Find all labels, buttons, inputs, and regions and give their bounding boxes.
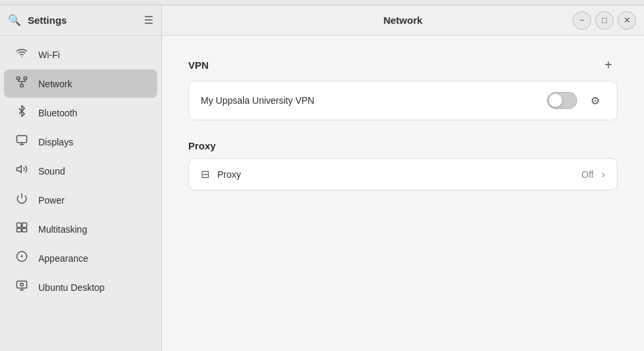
vpn-toggle-track — [547, 92, 577, 109]
svg-rect-3 — [20, 85, 24, 87]
sidebar-header: 🔍 Settings ☰ — [0, 5, 161, 36]
vpn-item-row: My Uppsala University VPN ⚙ — [189, 81, 617, 120]
bluetooth-sidebar-icon — [15, 105, 29, 120]
proxy-section: Proxy ⊟ Proxy Off › — [188, 140, 618, 190]
network-sidebar-label: Network — [38, 79, 72, 89]
sidebar-item-displays[interactable]: Displays — [4, 128, 157, 156]
proxy-item-label: Proxy — [217, 169, 573, 180]
svg-rect-11 — [22, 223, 27, 227]
power-sidebar-label: Power — [38, 195, 65, 206]
svg-point-18 — [20, 283, 24, 286]
displays-sidebar-icon — [15, 134, 29, 149]
bluetooth-sidebar-label: Bluetooth — [38, 108, 77, 118]
sidebar-item-multitasking[interactable]: Multitasking — [4, 215, 157, 243]
sidebar-item-wifi[interactable]: Wi-Fi — [4, 40, 157, 69]
vpn-settings-button[interactable]: ⚙ — [585, 91, 605, 110]
multitasking-sidebar-icon — [15, 221, 29, 237]
search-icon[interactable]: 🔍 — [8, 14, 21, 26]
proxy-status: Off — [581, 169, 593, 180]
proxy-section-header: Proxy — [188, 140, 618, 151]
sidebar: 🔍 Settings ☰ Wi-FiNetworkBluetoothDispla… — [0, 5, 162, 351]
proxy-item-row[interactable]: ⊟ Proxy Off › — [189, 159, 617, 190]
vpn-section: VPN + My Uppsala University VPN ⚙ — [188, 56, 618, 120]
proxy-chevron-icon: › — [602, 169, 605, 180]
close-button[interactable]: ✕ — [618, 11, 636, 30]
window-controls: − □ ✕ — [573, 11, 636, 30]
vpn-toggle[interactable] — [547, 92, 577, 109]
sidebar-title: Settings — [28, 15, 137, 26]
vpn-toggle-thumb — [549, 94, 562, 107]
menubar — [0, 0, 644, 5]
network-sidebar-icon — [15, 76, 29, 91]
sidebar-item-power[interactable]: Power — [4, 186, 157, 214]
vpn-item-label: My Uppsala University VPN — [201, 95, 539, 106]
sidebar-items-list: Wi-FiNetworkBluetoothDisplaysSoundPowerM… — [0, 36, 161, 351]
vpn-section-title: VPN — [188, 59, 209, 71]
multitasking-sidebar-label: Multitasking — [38, 224, 87, 235]
svg-rect-10 — [17, 223, 22, 227]
sidebar-item-sound[interactable]: Sound — [4, 157, 157, 185]
hamburger-icon[interactable]: ☰ — [144, 14, 153, 26]
appearance-sidebar-icon — [15, 251, 29, 266]
svg-rect-13 — [22, 229, 27, 232]
sidebar-item-bluetooth[interactable]: Bluetooth — [4, 98, 157, 127]
sound-sidebar-label: Sound — [38, 166, 65, 176]
ubuntu-desktop-sidebar-icon — [15, 280, 29, 295]
sidebar-item-appearance[interactable]: Appearance — [4, 244, 157, 272]
displays-sidebar-label: Displays — [38, 137, 73, 147]
sidebar-item-ubuntu-desktop[interactable]: Ubuntu Desktop — [4, 273, 157, 301]
svg-rect-15 — [17, 281, 27, 288]
sidebar-item-network[interactable]: Network — [4, 69, 157, 98]
vpn-section-header: VPN + — [188, 56, 618, 74]
main-content: Network − □ ✕ VPN + My Uppsala Universit… — [162, 5, 644, 351]
wifi-sidebar-label: Wi-Fi — [38, 50, 60, 60]
content-area: VPN + My Uppsala University VPN ⚙ — [162, 36, 644, 351]
svg-point-0 — [21, 56, 22, 58]
vpn-card: My Uppsala University VPN ⚙ — [188, 81, 618, 120]
vpn-add-button[interactable]: + — [599, 56, 618, 74]
svg-rect-2 — [24, 77, 27, 80]
ubuntu-desktop-sidebar-label: Ubuntu Desktop — [38, 282, 104, 293]
page-title: Network — [383, 15, 422, 26]
wifi-sidebar-icon — [15, 47, 29, 62]
minimize-button[interactable]: − — [573, 11, 591, 30]
proxy-icon: ⊟ — [201, 168, 209, 180]
svg-rect-5 — [17, 136, 27, 143]
svg-rect-12 — [17, 229, 22, 232]
svg-rect-1 — [17, 77, 20, 80]
app-window: 🔍 Settings ☰ Wi-FiNetworkBluetoothDispla… — [0, 5, 644, 351]
power-sidebar-icon — [15, 192, 29, 208]
proxy-card: ⊟ Proxy Off › — [188, 158, 618, 190]
sound-sidebar-icon — [15, 163, 29, 178]
appearance-sidebar-label: Appearance — [38, 253, 89, 264]
maximize-button[interactable]: □ — [595, 11, 614, 30]
titlebar: Network − □ ✕ — [162, 5, 644, 36]
svg-marker-8 — [17, 166, 22, 173]
proxy-section-title: Proxy — [188, 140, 216, 151]
